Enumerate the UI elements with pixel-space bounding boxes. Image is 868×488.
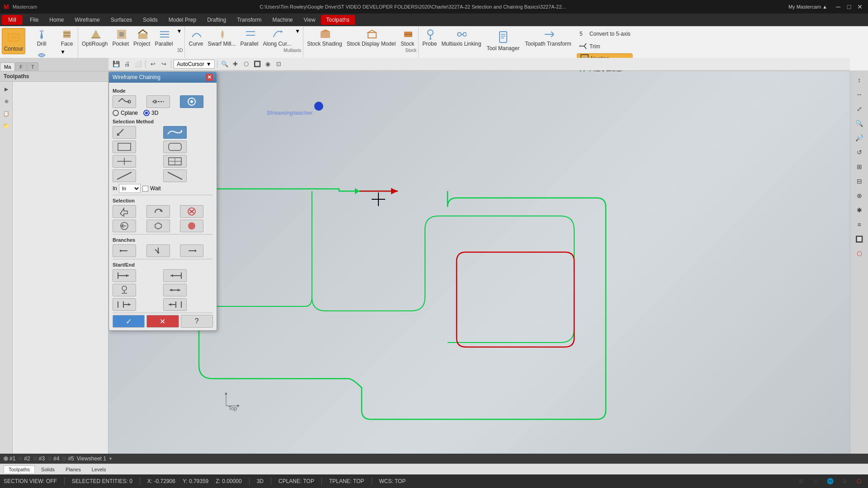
3d-radio[interactable]: 3D xyxy=(143,110,158,116)
num-badge-5[interactable]: #5 xyxy=(62,455,74,462)
rt-btn-13[interactable]: ⬡ xyxy=(853,247,866,260)
sel-hex-btn[interactable] xyxy=(146,220,170,232)
sel-rect-btn[interactable] xyxy=(113,141,136,153)
menu-wireframe[interactable]: Wireframe xyxy=(69,15,105,25)
sidebar-nav-icon-1[interactable]: ▶ xyxy=(1,84,12,94)
my-mastercam-btn[interactable]: My Mastercam ▲ xyxy=(788,4,827,9)
se-start-btn[interactable] xyxy=(113,269,136,282)
sel-cross-btn[interactable] xyxy=(113,155,136,168)
rt-btn-6[interactable]: ↺ xyxy=(853,145,866,159)
menu-surfaces[interactable]: Surfaces xyxy=(105,15,137,25)
2d-expand-btn[interactable]: ▼ xyxy=(58,49,68,55)
status-icon-2[interactable]: ◎ xyxy=(810,476,821,487)
rt-btn-9[interactable]: ⊕ xyxy=(853,189,866,202)
num-badge-4[interactable]: #4 xyxy=(47,455,59,462)
sel-cross2-btn[interactable] xyxy=(163,155,187,168)
multiaxis-linking-btn[interactable]: Multiaxis Linking xyxy=(439,28,483,48)
num-add[interactable]: + xyxy=(109,455,112,462)
stock-display-btn[interactable]: Stock Display Model xyxy=(345,28,398,48)
status-icon-5[interactable]: ⬡ xyxy=(854,476,864,487)
status-icon-3[interactable]: 🌐 xyxy=(825,476,835,487)
se-first-btn[interactable] xyxy=(113,298,136,311)
sec-tb-icon-4[interactable]: 🔍 xyxy=(220,59,230,69)
sidebar-nav-icon-2[interactable]: ⊕ xyxy=(1,96,12,107)
num-badge-2[interactable]: #2 xyxy=(18,455,30,462)
sec-tb-icon-9[interactable]: ⊡ xyxy=(274,59,284,69)
branch-left-btn[interactable] xyxy=(113,244,136,257)
menu-view[interactable]: View xyxy=(298,15,321,25)
sel-x-btn[interactable] xyxy=(180,205,203,218)
sel-rotate-btn[interactable] xyxy=(146,205,170,218)
sidebar-nav-icon-4[interactable]: 📁 xyxy=(1,120,12,131)
stock-shading-btn[interactable]: Stock Shading xyxy=(305,28,344,48)
bottom-tab-levels[interactable]: Levels xyxy=(87,466,111,473)
multiaxis-expand-btn[interactable]: ▼ xyxy=(294,28,301,34)
rt-btn-5[interactable]: 🔎 xyxy=(853,131,866,145)
stock-btn[interactable]: Stock xyxy=(398,28,416,48)
face-btn[interactable]: Face xyxy=(58,28,76,48)
swarf-mill-btn[interactable]: Swarf Mill... xyxy=(206,28,237,48)
mode-single-btn[interactable] xyxy=(180,95,203,108)
menu-file[interactable]: File xyxy=(24,15,44,25)
minimize-btn[interactable]: ─ xyxy=(834,2,843,11)
sel-round-rect-btn[interactable] xyxy=(163,141,187,153)
contour-btn[interactable]: Contour xyxy=(2,28,25,54)
sec-tb-icon-3[interactable]: ⬜ xyxy=(133,59,143,69)
se-end-btn[interactable] xyxy=(163,269,187,282)
rt-btn-7[interactable]: ⊞ xyxy=(853,160,866,174)
branch-down-btn[interactable] xyxy=(146,244,170,257)
se-flip-btn[interactable] xyxy=(163,284,187,296)
in-select[interactable]: In xyxy=(119,184,141,193)
maximize-btn[interactable]: □ xyxy=(844,2,854,11)
wait-checkbox[interactable]: Wait xyxy=(142,185,161,192)
dialog-help-btn[interactable]: ? xyxy=(181,315,213,328)
sel-back-btn[interactable] xyxy=(113,220,136,232)
sel-single-btn[interactable] xyxy=(113,126,136,139)
sec-tb-icon-1[interactable]: 💾 xyxy=(111,59,121,69)
menu-drafting[interactable]: Drafting xyxy=(202,15,231,25)
sec-tb-redo[interactable]: ↪ xyxy=(159,59,169,69)
sidebar-nav-icon-3[interactable]: 📋 xyxy=(1,108,12,119)
menu-home[interactable]: Home xyxy=(44,15,69,25)
branch-right-btn[interactable] xyxy=(180,244,203,257)
menu-machine[interactable]: Machine xyxy=(267,15,298,25)
se-anchor-btn[interactable] xyxy=(113,284,136,296)
bottom-tab-solids[interactable]: Solids xyxy=(37,466,59,473)
curve-btn[interactable]: Curve xyxy=(187,28,205,48)
autocursor-dropdown[interactable]: AutoCursor ▼ xyxy=(174,60,215,69)
menu-transform[interactable]: Transform xyxy=(231,15,267,25)
tool-manager-btn[interactable]: Tool Manager xyxy=(484,28,522,53)
dialog-ok-btn[interactable]: ✓ xyxy=(113,315,145,328)
rt-btn-12[interactable]: 🔲 xyxy=(853,232,866,246)
sec-tb-icon-5[interactable]: ✚ xyxy=(231,59,241,69)
rt-btn-8[interactable]: ⊟ xyxy=(853,174,866,188)
sel-arrow-btn[interactable] xyxy=(113,205,136,218)
parallel-btn[interactable]: Parallel xyxy=(153,28,175,48)
cplane-radio[interactable]: Cplane xyxy=(113,110,138,116)
bottom-tab-toolpaths[interactable]: Toolpaths xyxy=(4,465,35,473)
sel-red-dot-btn[interactable] xyxy=(180,220,203,232)
mill-tab[interactable]: Mill xyxy=(2,15,23,25)
probe-btn[interactable]: Probe xyxy=(420,28,439,48)
project-btn[interactable]: Project xyxy=(132,28,152,48)
sel-diag1-btn[interactable] xyxy=(113,169,136,182)
sec-tb-icon-2[interactable]: 🖨 xyxy=(122,59,132,69)
status-icon-4[interactable]: ⚙ xyxy=(839,476,850,487)
trim-btn[interactable]: Trim xyxy=(577,41,632,52)
rt-btn-4[interactable]: 🔍 xyxy=(853,117,866,130)
mode-partial-btn[interactable] xyxy=(146,95,170,108)
3d-expand-btn[interactable]: ▼ xyxy=(175,28,183,34)
dialog-cancel-btn[interactable]: ✕ xyxy=(146,315,179,328)
rt-btn-2[interactable]: ↔ xyxy=(853,88,866,101)
rt-btn-1[interactable]: ↕ xyxy=(853,73,866,87)
rt-btn-11[interactable]: ≡ xyxy=(853,218,866,231)
rt-btn-10[interactable]: ✱ xyxy=(853,203,866,217)
multiaxis-parallel-btn[interactable]: Parallel xyxy=(239,28,260,48)
toolpath-transform-btn[interactable]: Toolpath Transform xyxy=(523,28,573,48)
num-badge-3[interactable]: #3 xyxy=(33,455,45,462)
optirough-btn[interactable]: OptiRough xyxy=(80,28,109,48)
sec-tb-icon-8[interactable]: ◉ xyxy=(263,59,273,69)
num-viewsheet[interactable]: Viewsheet 1 xyxy=(77,455,106,462)
lp-tab-t[interactable]: T xyxy=(27,62,38,71)
menu-solids[interactable]: Solids xyxy=(137,15,163,25)
